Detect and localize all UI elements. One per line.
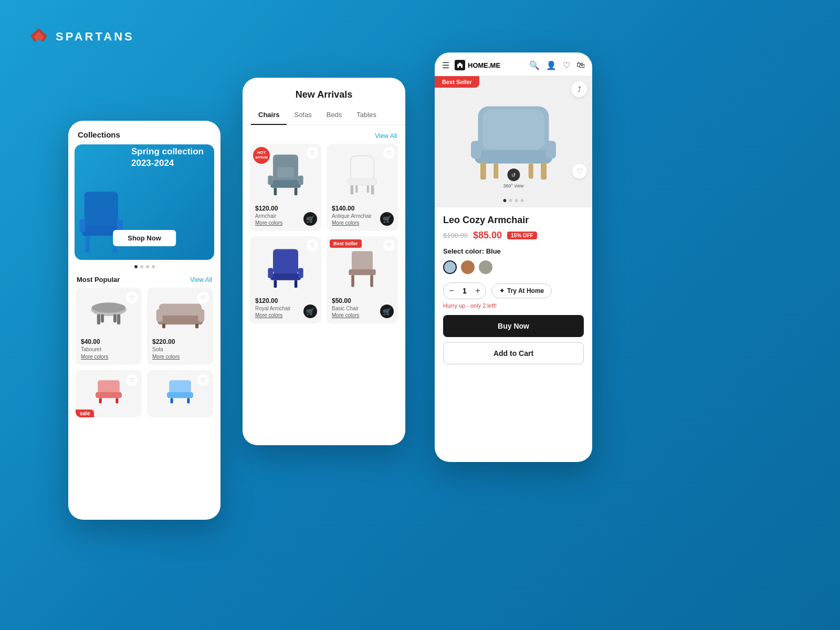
arrival-royal-armchair: ♡ 🛒 $120.00 Royal Armchair More colors — [250, 236, 321, 323]
armchair-favorite-button[interactable]: ♡ — [307, 147, 318, 159]
antique-armchair-svg — [341, 151, 383, 201]
basic-chair-price: $50.00 — [332, 297, 393, 304]
svg-rect-55 — [494, 163, 498, 178]
new-arrivals-title: New Arrivals — [243, 78, 405, 108]
arrival-armchair: HOTarrival ♡ 🛒 $1 — [250, 144, 321, 231]
svg-rect-38 — [367, 185, 369, 192]
tabouret-more-colors[interactable]: More colors — [81, 354, 136, 360]
svg-rect-43 — [274, 280, 277, 287]
svg-rect-28 — [270, 180, 301, 187]
try-at-home-button[interactable]: ✦ Try At Home — [491, 284, 552, 298]
svg-rect-47 — [351, 275, 354, 287]
svg-rect-37 — [355, 185, 358, 192]
antique-favorite-button[interactable]: ♡ — [383, 147, 395, 159]
svg-rect-53 — [545, 141, 556, 159]
svg-rect-13 — [158, 316, 203, 324]
swatch-gray[interactable] — [479, 260, 492, 274]
original-price: $100.00 — [443, 232, 468, 239]
swatch-brown[interactable] — [461, 260, 475, 274]
tabouret-favorite-button[interactable]: ♡ — [126, 292, 138, 303]
hot-badge: HOTarrival — [253, 147, 270, 164]
img-dot-4[interactable] — [521, 199, 524, 202]
svg-rect-34 — [348, 178, 376, 185]
svg-rect-42 — [298, 268, 303, 278]
armchair-cart-button[interactable]: 🛒 — [303, 212, 317, 226]
product-sofa: ♡ $220.00 Sofa More colors — [147, 288, 213, 365]
basic-chair-cart-button[interactable]: 🛒 — [380, 304, 394, 318]
svg-rect-8 — [97, 314, 100, 324]
buy-now-button[interactable]: Buy Now — [443, 315, 584, 337]
sale1-favorite-button[interactable]: ♡ — [126, 374, 138, 386]
armchair-price: $120.00 — [255, 205, 316, 212]
topbar-left: ☰ HOME.ME — [442, 60, 500, 70]
royal-price: $120.00 — [255, 297, 316, 304]
most-popular-view-all[interactable]: View All — [190, 276, 212, 284]
add-to-cart-button[interactable]: Add to Cart — [443, 342, 584, 364]
view360-label: 360° view — [503, 183, 523, 188]
tab-tables[interactable]: Tables — [349, 108, 384, 125]
product-tabouret: ♡ $40.00 Tabouret More colors — [76, 288, 142, 365]
search-icon[interactable]: 🔍 — [529, 60, 540, 70]
view360-icon[interactable]: ↺ — [507, 169, 520, 181]
svg-rect-25 — [187, 398, 190, 403]
arrivals-view-all[interactable]: View All — [375, 132, 397, 140]
dot-1 — [134, 265, 138, 268]
svg-point-7 — [92, 302, 125, 313]
banner-text-area: Spring collection 2023-2024 — [131, 146, 204, 169]
best-seller-badge-2: Best Seller — [330, 239, 362, 248]
spartans-logo-icon — [27, 27, 50, 46]
user-icon[interactable]: 👤 — [546, 60, 556, 70]
sofa-price: $220.00 — [152, 338, 208, 345]
tab-sofas[interactable]: Sofas — [287, 108, 319, 125]
brand-name: SPARTANS — [56, 30, 134, 44]
most-popular-label: Most Popular — [77, 276, 120, 284]
swatch-blue[interactable] — [443, 260, 457, 274]
heart-icon[interactable]: ♡ — [563, 60, 570, 70]
try-home-icon: ✦ — [499, 287, 505, 295]
view360-area: ↺ 360° view — [503, 169, 523, 188]
home-me-icon — [455, 60, 465, 70]
tab-chairs[interactable]: Chairs — [251, 108, 287, 125]
most-popular-section: Most Popular View All — [68, 271, 220, 288]
menu-icon[interactable]: ☰ — [442, 60, 449, 70]
svg-rect-39 — [273, 249, 298, 274]
tab-beds[interactable]: Beds — [319, 108, 350, 125]
svg-rect-45 — [352, 251, 373, 270]
img-dot-2[interactable] — [509, 199, 512, 202]
qty-increase-button[interactable]: + — [470, 283, 486, 299]
svg-rect-14 — [156, 309, 162, 322]
royal-favorite-button[interactable]: ♡ — [307, 239, 318, 251]
svg-rect-23 — [167, 392, 193, 398]
basic-chair-favorite-button[interactable]: ♡ — [383, 239, 395, 251]
basic-chair-svg — [341, 243, 383, 293]
svg-rect-29 — [268, 175, 273, 185]
most-popular-grid: ♡ $40.00 Tabouret More colors — [68, 288, 220, 417]
antique-cart-button[interactable]: 🛒 — [380, 212, 394, 226]
royal-cart-button[interactable]: 🛒 — [303, 304, 317, 318]
svg-rect-24 — [171, 398, 173, 403]
royal-armchair-svg — [265, 243, 307, 293]
armchair-svg — [265, 151, 307, 201]
phone2-new-arrivals: New Arrivals Chairs Sofas Beds Tables Vi… — [243, 78, 405, 445]
img-dot-3[interactable] — [515, 199, 518, 202]
img-dot-1[interactable] — [503, 199, 507, 202]
banner-title: Spring collection 2023-2024 — [131, 146, 204, 169]
antique-price: $140.00 — [332, 205, 393, 212]
detail-favorite-button[interactable]: ♡ — [572, 164, 587, 178]
basic-chair-image — [332, 242, 393, 294]
tabouret-name: Tabouret — [81, 346, 136, 352]
best-seller-tag: Best Seller — [435, 76, 479, 88]
bag-icon[interactable]: 🛍 — [576, 60, 585, 70]
item4-favorite-button[interactable]: ♡ — [197, 374, 209, 386]
svg-rect-31 — [274, 187, 277, 195]
dot-2 — [140, 265, 143, 268]
svg-rect-33 — [351, 155, 374, 180]
sofa-more-colors[interactable]: More colors — [152, 354, 208, 360]
qty-decrease-button[interactable]: − — [444, 283, 459, 299]
shop-now-button[interactable]: Shop Now — [113, 230, 176, 246]
svg-rect-21 — [116, 398, 118, 403]
antique-armchair-image — [332, 149, 393, 202]
share-button[interactable]: ⤴ — [571, 81, 587, 97]
tabouret-svg — [88, 300, 130, 329]
sofa-favorite-button[interactable]: ♡ — [197, 292, 209, 303]
